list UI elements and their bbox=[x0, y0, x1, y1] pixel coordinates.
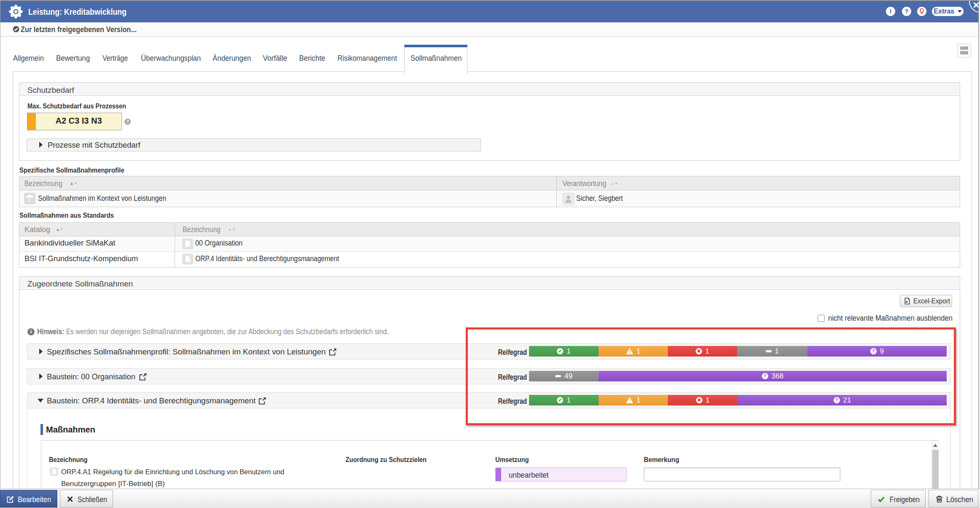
svg-text:x: x bbox=[906, 299, 908, 304]
